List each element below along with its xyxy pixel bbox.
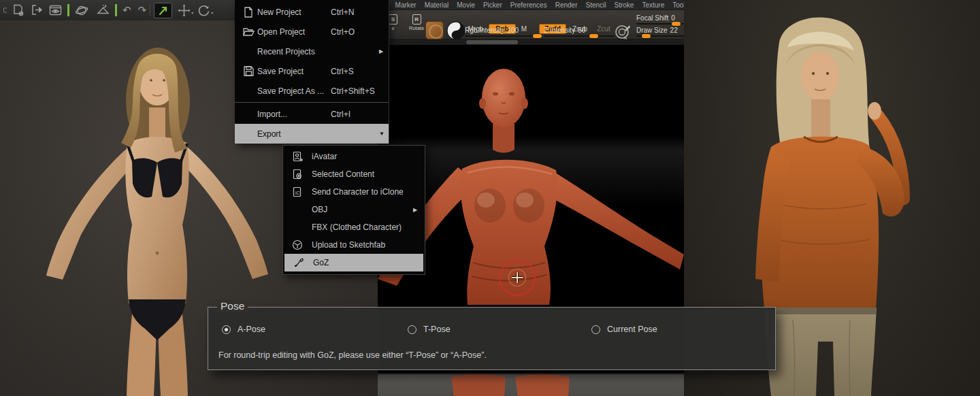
pose-panel: Pose A-Pose T-Pose Current Pose For roun… <box>208 307 776 370</box>
focal-shift-slider[interactable]: Focal Shift0 <box>636 14 684 24</box>
goz-brush-icon <box>293 257 305 268</box>
svg-text:iC: iC <box>295 191 299 195</box>
file-menu: New Project Ctrl+N Open Project Ctrl+O R… <box>235 0 389 144</box>
slider-handle[interactable] <box>589 34 598 38</box>
export-project-icon[interactable] <box>31 4 43 16</box>
rotate-tool-dropdown-caret[interactable]: ▾ <box>211 10 213 15</box>
project-settings-icon[interactable] <box>12 4 24 16</box>
menu-item-save-project[interactable]: Save Project Ctrl+S <box>235 61 389 81</box>
menubar-item-movie[interactable]: Movie <box>457 1 475 9</box>
export-submenu: iAvatar Selected Content iC Send Charact… <box>282 145 425 275</box>
scale-icon: S <box>389 14 397 24</box>
menubar-item-picker[interactable]: Picker <box>483 1 502 9</box>
sketchfab-icon <box>291 240 304 250</box>
submenu-item-goz[interactable]: GoZ <box>284 254 423 271</box>
zbrush-menubar: o Marker Material Movie Picker Preferenc… <box>378 0 684 10</box>
select-tool-button[interactable] <box>154 3 172 18</box>
submenu-item-iavatar[interactable]: iAvatar <box>283 148 425 165</box>
pose-note-text: For round-trip editing with GoZ, please … <box>218 350 487 360</box>
undo-icon[interactable]: ↶ <box>122 5 131 16</box>
app-window: o Marker Material Movie Picker Preferenc… <box>0 0 980 396</box>
toolbar-divider <box>150 5 150 16</box>
menubar-item-tool[interactable]: Tool <box>672 1 684 9</box>
radio-button[interactable] <box>591 325 600 334</box>
radio-t-pose[interactable]: T-Pose <box>408 325 451 334</box>
radio-a-pose[interactable]: A-Pose <box>222 325 265 334</box>
sculpt-legs <box>378 374 684 396</box>
rotate-r-icon: R <box>412 14 421 24</box>
scrollbar-thumb[interactable] <box>466 40 518 44</box>
menubar-item-texture[interactable]: Texture <box>642 1 664 9</box>
menu-item-new-project[interactable]: New Project Ctrl+N <box>235 2 389 22</box>
iavatar-icon <box>291 151 304 162</box>
selected-content-icon <box>291 169 304 180</box>
menu-separator <box>235 102 389 103</box>
toolbar-separator <box>115 4 117 16</box>
save-icon <box>242 66 255 76</box>
radio-button-selected[interactable] <box>222 325 231 334</box>
new-document-icon <box>242 7 255 18</box>
material-sphere-icon[interactable] <box>446 21 466 40</box>
pose-panel-title: Pose <box>217 300 248 312</box>
clipped-document-icon[interactable] <box>1 4 7 16</box>
sync-globe-icon[interactable] <box>75 4 88 17</box>
z-intensity-slider[interactable]: Z Intensity50 <box>544 27 615 37</box>
select-arrow-icon <box>158 5 169 16</box>
menu-item-import[interactable]: Import... Ctrl+I <box>235 104 389 124</box>
menubar-item-material[interactable]: Material <box>425 1 449 9</box>
toolbar-separator <box>67 4 69 16</box>
export-caret-icon: ▼ <box>379 131 385 137</box>
preview-eye-icon[interactable] <box>49 5 62 16</box>
slider-handle[interactable] <box>533 34 542 38</box>
submenu-arrow-icon: ▶ <box>379 48 383 54</box>
submenu-item-sketchfab[interactable]: Upload to Sketchfab <box>283 236 425 254</box>
main-toolbar: ↶ ↷ ▾ ▾ <box>0 0 235 20</box>
rotate-button[interactable]: R Rotate <box>409 14 424 31</box>
zbrush-scrollbar[interactable] <box>378 39 684 45</box>
submenu-item-selected-content[interactable]: Selected Content <box>283 165 425 183</box>
viewport-floor <box>378 373 684 396</box>
slider-handle[interactable] <box>672 22 681 26</box>
move-tool-dropdown-caret[interactable]: ▾ <box>191 10 193 15</box>
menubar-item-stroke[interactable]: Stroke <box>615 1 634 9</box>
menubar-item-render[interactable]: Render <box>555 1 578 9</box>
menubar-item-preferences[interactable]: Preferences <box>510 1 547 9</box>
rotate-tool-button[interactable] <box>197 4 210 17</box>
redo-icon[interactable]: ↷ <box>138 5 147 16</box>
submenu-item-fbx[interactable]: FBX (Clothed Character) <box>283 218 425 236</box>
open-folder-icon <box>242 27 255 37</box>
scale-button-clipped[interactable]: S e <box>389 14 397 31</box>
menubar-item-stencil[interactable]: Stencil <box>585 1 606 9</box>
menu-item-recent-projects[interactable]: Recent Projects ▶ <box>235 42 389 61</box>
menu-item-save-project-as[interactable]: Save Project As ... Ctrl+Shift+S <box>235 81 389 101</box>
radio-button[interactable] <box>408 325 416 334</box>
submenu-item-obj[interactable]: OBJ ▶ <box>283 201 425 218</box>
zbrush-toolbar: S e R Rotate Mrgb Rgb M Zadd Zsub Zcut R… <box>378 10 684 39</box>
radio-current-pose[interactable]: Current Pose <box>591 325 657 334</box>
menu-item-export[interactable]: Export ▼ <box>235 124 389 144</box>
rgb-intensity-slider[interactable]: Rgb Intensity100 <box>465 27 541 37</box>
slider-handle[interactable] <box>642 34 651 38</box>
current-brush-thumbnail[interactable] <box>425 21 444 39</box>
menu-item-open-project[interactable]: Open Project Ctrl+O <box>235 22 389 42</box>
submenu-arrow-icon: ▶ <box>413 207 417 213</box>
move-tool-button[interactable] <box>178 4 191 17</box>
menubar-item-marker[interactable]: Marker <box>395 1 416 9</box>
submenu-item-send-to-iclone[interactable]: iC Send Character to iClone <box>283 183 425 201</box>
clothing-hanger-icon[interactable] <box>97 5 110 16</box>
draw-size-cursor <box>498 259 536 297</box>
iclone-icon: iC <box>291 186 304 197</box>
draw-size-slider[interactable]: Draw Size22 <box>636 27 684 37</box>
